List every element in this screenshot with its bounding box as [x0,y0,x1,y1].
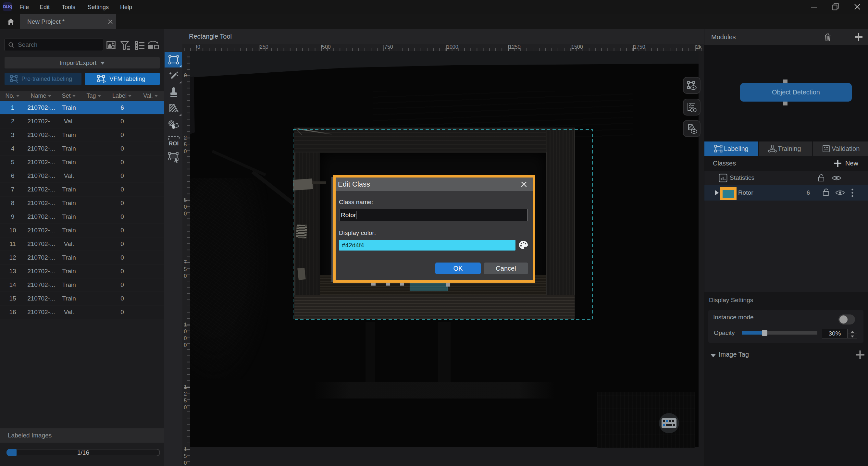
svg-text:ROI: ROI [169,141,179,147]
